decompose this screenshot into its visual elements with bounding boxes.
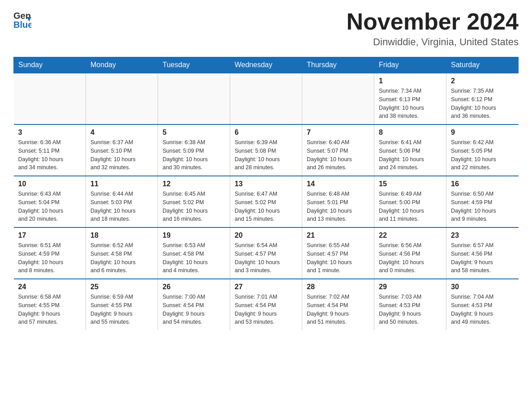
day-cell-11: 11Sunrise: 6:44 AMSunset: 5:03 PMDayligh… [86,176,158,227]
day-cell-13: 13Sunrise: 6:47 AMSunset: 5:02 PMDayligh… [230,176,302,227]
day-info: Sunrise: 6:58 AMSunset: 4:55 PMDaylight:… [18,293,82,326]
week-row-0: 1Sunrise: 7:34 AMSunset: 6:13 PMDaylight… [14,73,519,124]
day-cell-18: 18Sunrise: 6:52 AMSunset: 4:58 PMDayligh… [86,227,158,279]
day-number: 24 [18,283,82,291]
day-info: Sunrise: 6:40 AMSunset: 5:07 PMDaylight:… [307,138,369,172]
day-cell-15: 15Sunrise: 6:49 AMSunset: 5:00 PMDayligh… [374,176,446,227]
day-cell-27: 27Sunrise: 7:01 AMSunset: 4:54 PMDayligh… [230,279,302,330]
day-number: 19 [163,231,225,240]
day-cell-6: 6Sunrise: 6:39 AMSunset: 5:08 PMDaylight… [230,124,302,176]
header-row: SundayMondayTuesdayWednesdayThursdayFrid… [14,57,519,73]
day-info: Sunrise: 6:36 AMSunset: 5:11 PMDaylight:… [18,138,82,172]
day-number: 16 [451,180,514,188]
day-info: Sunrise: 6:39 AMSunset: 5:08 PMDaylight:… [235,138,297,172]
day-number: 11 [90,180,153,188]
day-info: Sunrise: 6:37 AMSunset: 5:10 PMDaylight:… [90,138,153,172]
week-row-2: 10Sunrise: 6:43 AMSunset: 5:04 PMDayligh… [14,176,519,227]
day-info: Sunrise: 6:50 AMSunset: 4:59 PMDaylight:… [451,190,514,223]
day-info: Sunrise: 6:57 AMSunset: 4:56 PMDaylight:… [451,241,514,275]
day-info: Sunrise: 7:00 AMSunset: 4:54 PMDaylight:… [163,293,225,326]
day-cell-8: 8Sunrise: 6:41 AMSunset: 5:06 PMDaylight… [374,124,446,176]
day-number: 29 [379,283,442,291]
day-info: Sunrise: 6:38 AMSunset: 5:09 PMDaylight:… [163,138,225,172]
day-info: Sunrise: 6:42 AMSunset: 5:05 PMDaylight:… [451,138,514,172]
day-cell-24: 24Sunrise: 6:58 AMSunset: 4:55 PMDayligh… [14,279,86,330]
day-info: Sunrise: 6:48 AMSunset: 5:01 PMDaylight:… [307,190,369,223]
logo: General Blue [13,9,31,31]
day-info: Sunrise: 7:34 AMSunset: 6:13 PMDaylight:… [379,87,442,120]
header-cell-sunday: Sunday [14,57,86,73]
day-cell-empty [230,73,302,124]
day-number: 20 [235,231,297,240]
day-number: 5 [163,128,225,137]
day-cell-1: 1Sunrise: 7:34 AMSunset: 6:13 PMDaylight… [374,73,446,124]
day-cell-empty [302,73,374,124]
day-cell-3: 3Sunrise: 6:36 AMSunset: 5:11 PMDaylight… [14,124,86,176]
day-number: 3 [18,128,82,137]
day-info: Sunrise: 6:45 AMSunset: 5:02 PMDaylight:… [163,190,225,223]
day-cell-empty [14,73,86,124]
day-cell-empty [158,73,230,124]
day-info: Sunrise: 6:53 AMSunset: 4:58 PMDaylight:… [163,241,225,275]
day-number: 17 [18,231,82,240]
day-cell-23: 23Sunrise: 6:57 AMSunset: 4:56 PMDayligh… [446,227,519,279]
day-number: 12 [163,180,225,188]
day-number: 15 [379,180,442,188]
day-number: 27 [235,283,297,291]
day-number: 10 [18,180,82,188]
header-cell-tuesday: Tuesday [158,57,230,73]
day-number: 6 [235,128,297,137]
day-cell-17: 17Sunrise: 6:51 AMSunset: 4:59 PMDayligh… [14,227,86,279]
day-number: 2 [451,77,514,85]
day-cell-29: 29Sunrise: 7:03 AMSunset: 4:53 PMDayligh… [374,279,446,330]
header-cell-saturday: Saturday [446,57,519,73]
day-number: 22 [379,231,442,240]
day-cell-9: 9Sunrise: 6:42 AMSunset: 5:05 PMDaylight… [446,124,519,176]
calendar-subtitle: Dinwiddie, Virginia, United States [347,36,519,48]
day-cell-5: 5Sunrise: 6:38 AMSunset: 5:09 PMDaylight… [158,124,230,176]
day-number: 26 [163,283,225,291]
day-info: Sunrise: 6:49 AMSunset: 5:00 PMDaylight:… [379,190,442,223]
day-number: 13 [235,180,297,188]
week-row-3: 17Sunrise: 6:51 AMSunset: 4:59 PMDayligh… [14,227,519,279]
day-number: 9 [451,128,514,137]
day-info: Sunrise: 6:52 AMSunset: 4:58 PMDaylight:… [90,241,153,275]
day-info: Sunrise: 7:35 AMSunset: 6:12 PMDaylight:… [451,87,514,120]
day-info: Sunrise: 6:55 AMSunset: 4:57 PMDaylight:… [307,241,369,275]
calendar-title: November 2024 [347,9,519,34]
day-cell-20: 20Sunrise: 6:54 AMSunset: 4:57 PMDayligh… [230,227,302,279]
day-number: 30 [451,283,514,291]
header-cell-friday: Friday [374,57,446,73]
header-cell-thursday: Thursday [302,57,374,73]
day-number: 25 [90,283,153,291]
week-row-1: 3Sunrise: 6:36 AMSunset: 5:11 PMDaylight… [14,124,519,176]
day-info: Sunrise: 6:44 AMSunset: 5:03 PMDaylight:… [90,190,153,223]
svg-text:Blue: Blue [13,20,31,29]
day-info: Sunrise: 6:56 AMSunset: 4:56 PMDaylight:… [379,241,442,275]
header-cell-monday: Monday [86,57,158,73]
page-header: General Blue November 2024 Dinwiddie, Vi… [13,9,519,48]
day-number: 14 [307,180,369,188]
day-info: Sunrise: 6:59 AMSunset: 4:55 PMDaylight:… [90,293,153,326]
calendar-table: SundayMondayTuesdayWednesdayThursdayFrid… [13,57,519,330]
day-cell-30: 30Sunrise: 7:04 AMSunset: 4:53 PMDayligh… [446,279,519,330]
day-number: 28 [307,283,369,291]
day-number: 23 [451,231,514,240]
day-cell-25: 25Sunrise: 6:59 AMSunset: 4:55 PMDayligh… [86,279,158,330]
day-info: Sunrise: 7:01 AMSunset: 4:54 PMDaylight:… [235,293,297,326]
logo-graphic: General Blue [13,9,31,31]
day-cell-4: 4Sunrise: 6:37 AMSunset: 5:10 PMDaylight… [86,124,158,176]
day-cell-21: 21Sunrise: 6:55 AMSunset: 4:57 PMDayligh… [302,227,374,279]
day-info: Sunrise: 6:43 AMSunset: 5:04 PMDaylight:… [18,190,82,223]
calendar-header: SundayMondayTuesdayWednesdayThursdayFrid… [14,57,519,73]
day-info: Sunrise: 7:03 AMSunset: 4:53 PMDaylight:… [379,293,442,326]
day-info: Sunrise: 6:51 AMSunset: 4:59 PMDaylight:… [18,241,82,275]
day-number: 1 [379,77,442,85]
day-number: 21 [307,231,369,240]
day-cell-7: 7Sunrise: 6:40 AMSunset: 5:07 PMDaylight… [302,124,374,176]
header-cell-wednesday: Wednesday [230,57,302,73]
calendar-body: 1Sunrise: 7:34 AMSunset: 6:13 PMDaylight… [14,73,519,330]
day-info: Sunrise: 6:41 AMSunset: 5:06 PMDaylight:… [379,138,442,172]
day-cell-10: 10Sunrise: 6:43 AMSunset: 5:04 PMDayligh… [14,176,86,227]
day-number: 4 [90,128,153,137]
